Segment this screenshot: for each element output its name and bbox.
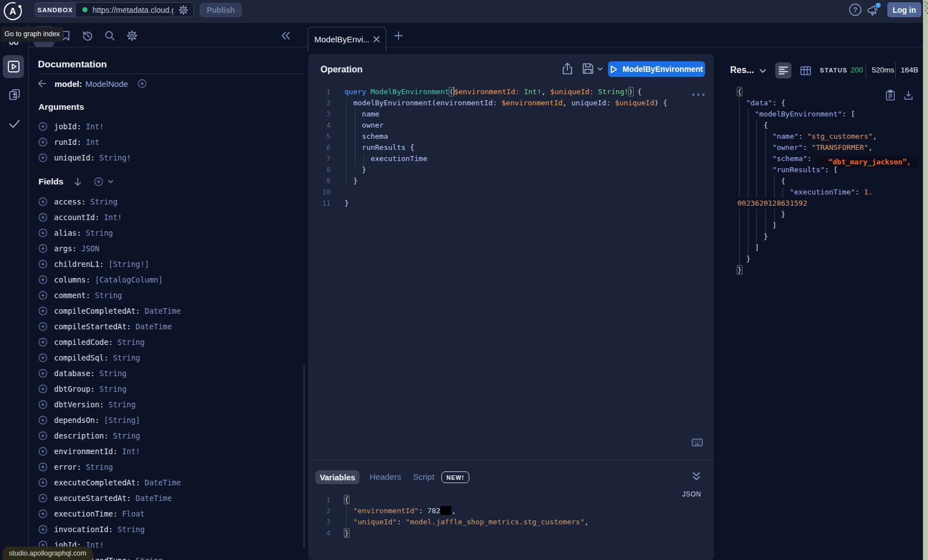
tab-modelbyenvironment[interactable]: ModelByEnvi... xyxy=(308,27,386,51)
toolbar-settings-gear-icon[interactable] xyxy=(123,26,142,45)
field-type[interactable]: DateTime xyxy=(145,306,181,315)
add-field-to-query-icon[interactable] xyxy=(38,462,47,471)
keyboard-shortcuts-icon[interactable] xyxy=(692,439,703,446)
tab-close-icon[interactable] xyxy=(373,36,380,43)
connection-settings-gear-icon[interactable] xyxy=(178,5,188,15)
response-raw-view-toggle[interactable] xyxy=(775,62,791,79)
field-name[interactable]: environmentId: xyxy=(54,447,122,456)
field-name[interactable]: error: xyxy=(54,462,86,471)
add-field-to-query-icon[interactable] xyxy=(38,197,47,206)
field-type[interactable]: String xyxy=(135,556,163,560)
share-operation-icon[interactable] xyxy=(561,61,574,76)
field-name[interactable]: description: xyxy=(54,431,113,440)
login-button[interactable]: Log in xyxy=(887,2,921,17)
add-field-to-query-icon[interactable] xyxy=(38,384,47,393)
field-type[interactable]: [String] xyxy=(104,416,140,425)
add-field-to-query-icon[interactable] xyxy=(38,153,47,162)
field-type[interactable]: String xyxy=(113,431,140,440)
documentation-scrollbar[interactable] xyxy=(303,365,305,549)
field-type[interactable]: Int! xyxy=(86,122,104,131)
response-table-view-toggle[interactable] xyxy=(798,62,814,79)
announcements-megaphone-icon[interactable] xyxy=(866,2,882,18)
add-field-to-query-icon[interactable] xyxy=(38,494,47,503)
add-field-to-query-icon[interactable] xyxy=(38,306,47,315)
field-name[interactable]: database: xyxy=(54,369,99,378)
add-all-fields-icon[interactable] xyxy=(94,177,103,186)
sidebar-item-checks[interactable] xyxy=(0,116,29,131)
sidebar-item-explorer[interactable] xyxy=(3,55,24,78)
response-dropdown-chevron-icon[interactable] xyxy=(759,69,767,74)
response-body[interactable]: { "data": { "modelByEnvironment": [ { "n… xyxy=(737,86,923,276)
field-type[interactable]: DateTime xyxy=(135,494,172,503)
field-type[interactable]: String xyxy=(86,462,113,471)
field-type[interactable]: [String!] xyxy=(109,260,149,269)
field-type[interactable]: String xyxy=(118,338,145,347)
field-type[interactable]: DateTime xyxy=(135,322,172,331)
add-field-to-query-icon[interactable] xyxy=(38,291,47,300)
field-name[interactable]: alias: xyxy=(54,228,86,237)
add-field-to-query-icon[interactable] xyxy=(38,447,47,456)
field-name[interactable]: jobId: xyxy=(54,122,86,131)
tab-script[interactable]: Script xyxy=(413,472,434,481)
field-name[interactable]: dependsOn: xyxy=(54,416,104,425)
field-name[interactable]: executeStartedAt: xyxy=(54,494,135,503)
field-name[interactable]: access: xyxy=(54,197,90,206)
field-name[interactable]: childrenL1: xyxy=(54,260,109,269)
field-name[interactable]: executeCompletedAt: xyxy=(54,478,145,487)
variables-editor[interactable]: 1{2 "environmentId": 782,3 "uniqueId": "… xyxy=(308,494,714,539)
sort-fields-icon[interactable] xyxy=(74,177,82,186)
collapse-variables-icon[interactable] xyxy=(692,472,702,481)
field-name[interactable]: invocationId: xyxy=(54,525,118,534)
save-operation-icon[interactable] xyxy=(581,62,595,75)
field-name[interactable]: dbtGroup: xyxy=(54,384,99,393)
toolbar-search-icon[interactable] xyxy=(100,26,119,45)
field-name[interactable]: args: xyxy=(54,244,81,253)
field-name[interactable]: compileStartedAt: xyxy=(54,322,135,331)
apollo-logo[interactable]: A xyxy=(2,1,23,22)
field-type[interactable]: String xyxy=(90,197,118,206)
field-type[interactable]: String xyxy=(113,353,140,362)
add-field-to-query-icon[interactable] xyxy=(38,260,47,269)
add-field-to-query-icon[interactable] xyxy=(38,431,47,440)
add-field-to-query-icon[interactable] xyxy=(38,400,47,409)
add-field-to-query-icon[interactable] xyxy=(38,275,47,284)
save-dropdown-chevron-icon[interactable] xyxy=(597,67,603,71)
run-operation-button[interactable]: ModelByEnvironment xyxy=(608,61,705,77)
field-name[interactable]: dbtVersion: xyxy=(54,400,109,409)
field-name[interactable]: compiledCode: xyxy=(54,338,118,347)
field-name[interactable]: runId: xyxy=(54,138,86,147)
field-type[interactable]: JSON xyxy=(81,244,100,253)
field-type[interactable]: [CatalogColumn] xyxy=(95,275,163,284)
field-type[interactable]: String xyxy=(99,369,127,378)
add-fields-dropdown-chevron-icon[interactable] xyxy=(108,179,114,184)
add-field-to-query-icon[interactable] xyxy=(38,478,47,487)
field-type[interactable]: String xyxy=(109,400,136,409)
field-name[interactable]: accountId: xyxy=(54,213,104,222)
field-type[interactable]: String xyxy=(118,525,145,534)
field-name[interactable]: comment: xyxy=(54,291,95,300)
add-field-to-query-icon[interactable] xyxy=(38,369,47,378)
back-arrow-icon[interactable] xyxy=(38,80,46,87)
add-field-to-query-icon[interactable] xyxy=(38,122,47,131)
add-field-to-query-icon[interactable] xyxy=(38,228,47,237)
field-name[interactable]: columns: xyxy=(54,275,95,284)
field-name[interactable]: uniqueId: xyxy=(54,153,99,162)
add-field-to-query-icon[interactable] xyxy=(38,213,47,222)
tab-headers[interactable]: Headers xyxy=(370,472,401,481)
collapse-sidebar-icon[interactable] xyxy=(280,30,291,41)
field-type[interactable]: Int! xyxy=(122,447,140,456)
publish-button[interactable]: Publish xyxy=(200,3,242,17)
field-type[interactable]: Float xyxy=(122,509,145,518)
field-type[interactable]: String xyxy=(95,291,122,300)
field-type[interactable]: Int xyxy=(86,138,99,147)
add-field-to-query-icon[interactable] xyxy=(38,322,47,331)
help-icon[interactable]: ? xyxy=(848,2,863,17)
field-type[interactable]: String! xyxy=(99,153,131,162)
field-type[interactable]: Int! xyxy=(104,213,122,222)
add-field-to-query-icon[interactable] xyxy=(38,353,47,362)
add-field-to-query-icon[interactable] xyxy=(38,509,47,518)
field-name[interactable]: executionTime: xyxy=(54,509,122,518)
field-name[interactable]: compiledSql: xyxy=(54,353,113,362)
add-type-to-query-icon[interactable] xyxy=(138,79,147,88)
field-type[interactable]: DateTime xyxy=(145,478,181,487)
